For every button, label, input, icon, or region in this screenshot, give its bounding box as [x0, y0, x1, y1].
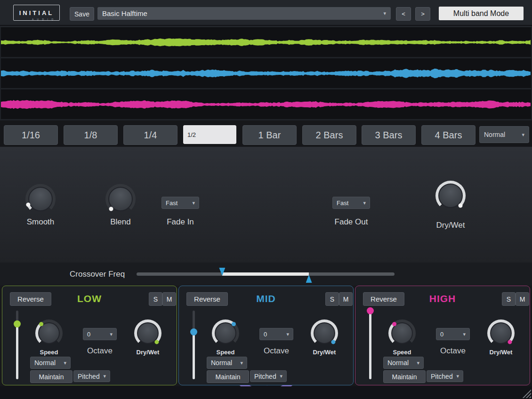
chevron-down-icon: ▾: [417, 360, 419, 366]
octave-select[interactable]: 0 ▾: [83, 328, 117, 340]
speed-knob[interactable]: [35, 319, 63, 347]
solo-button[interactable]: S: [149, 292, 162, 306]
band-level-slider[interactable]: [14, 311, 21, 379]
smooth-label: Smooth: [17, 217, 64, 227]
band-level-slider[interactable]: [367, 311, 374, 379]
mute-button[interactable]: M: [339, 292, 353, 306]
division-4-bars[interactable]: 4 Bars: [421, 125, 476, 145]
fade-in-label: Fade In: [157, 217, 204, 227]
band-drywet-knob[interactable]: [134, 319, 161, 347]
main-panel: Smooth Blend Fast ▾ Fade In SlowMo 2 Fas…: [0, 147, 532, 263]
slider-handle[interactable]: [190, 328, 197, 335]
maintain-button[interactable]: Maintain: [30, 370, 73, 383]
slider-track-fill: [369, 311, 371, 379]
octave-select[interactable]: 0 ▾: [259, 328, 293, 340]
pitch-select[interactable]: Pitched ▾: [250, 370, 287, 382]
multi-band-mode-button[interactable]: Multi band Mode: [439, 7, 524, 20]
band-mode-value: Normal: [34, 359, 56, 367]
pitch-value: Pitched: [254, 373, 276, 380]
blend-knob[interactable]: [105, 184, 136, 214]
division-3-bars[interactable]: 3 Bars: [362, 125, 416, 145]
division-1-bar[interactable]: 1 Bar: [242, 125, 297, 145]
high-band-panel: Reverse HIGH S M Speed 0 ▾ Octave Dry/We…: [355, 286, 530, 385]
pitch-value: Pitched: [78, 373, 100, 380]
pitch-select[interactable]: Pitched ▾: [427, 370, 463, 382]
waveform-display: [0, 26, 532, 121]
chevron-down-icon: ▾: [383, 10, 386, 16]
division-1-16[interactable]: 1/16: [4, 125, 58, 145]
bottom-bar: [0, 386, 532, 399]
chevron-down-icon: ▾: [463, 331, 466, 337]
mute-button[interactable]: M: [162, 292, 176, 306]
preset-next-button[interactable]: >: [415, 7, 430, 21]
pitch-value: Pitched: [431, 373, 453, 380]
main-drywet-knob[interactable]: [435, 181, 466, 211]
knob-face: [28, 187, 53, 211]
mute-button[interactable]: M: [516, 292, 529, 306]
band-drywet-label: Dry/Wet: [482, 349, 520, 356]
speed-label: Speed: [383, 349, 421, 356]
division-2-bars[interactable]: 2 Bars: [302, 125, 356, 145]
band-drywet-label: Dry/Wet: [306, 349, 343, 356]
band-mode-value: Normal: [387, 359, 409, 367]
division-1-2[interactable]: 1/2: [183, 125, 236, 144]
maintain-button[interactable]: Maintain: [383, 370, 426, 383]
smooth-knob[interactable]: [25, 184, 56, 214]
chevron-down-icon: ▾: [64, 360, 66, 366]
speed-knob[interactable]: [388, 319, 416, 347]
chevron-down-icon: ▾: [110, 331, 113, 337]
band-drywet-knob[interactable]: [311, 319, 338, 347]
save-button[interactable]: Save: [70, 7, 94, 21]
playback-mode-select[interactable]: Normal ▾: [479, 126, 529, 143]
speed-label: Speed: [30, 349, 68, 356]
low-waveform: [1, 27, 531, 57]
preset-name: Basic Halftime: [102, 9, 147, 17]
fade-out-label: Fade Out: [328, 217, 375, 227]
preset-prev-button[interactable]: <: [396, 7, 411, 21]
octave-label: Octave: [258, 346, 295, 356]
octave-label: Octave: [81, 346, 119, 356]
division-1-8[interactable]: 1/8: [64, 125, 118, 145]
octave-value: 0: [440, 331, 443, 338]
band-mode-value: Normal: [211, 359, 232, 367]
band-drywet-label: Dry/Wet: [129, 349, 167, 356]
blend-label: Blend: [97, 217, 144, 227]
fade-out-select[interactable]: Fast ▾: [332, 197, 370, 209]
band-drywet-knob[interactable]: [487, 319, 515, 347]
top-bar: INITIAL A U D I O Save Basic Halftime ▾ …: [0, 0, 532, 26]
crossover-active-range: [222, 272, 309, 276]
maintain-button[interactable]: Maintain: [207, 370, 249, 383]
division-row: 1/16 1/8 1/4 1/2 1 Bar 2 Bars 3 Bars 4 B…: [0, 120, 532, 147]
octave-value: 0: [87, 331, 90, 338]
chevron-down-icon: ▾: [192, 200, 195, 206]
chevron-down-icon: ▾: [522, 132, 524, 138]
slider-handle[interactable]: [14, 320, 21, 327]
chevron-down-icon: ▾: [286, 331, 289, 337]
resize-grip-icon[interactable]: [522, 389, 531, 398]
fade-in-value: Fast: [166, 200, 177, 207]
preset-select[interactable]: Basic Halftime ▾: [97, 7, 391, 20]
plugin-window: INITIAL A U D I O Save Basic Halftime ▾ …: [0, 0, 532, 399]
solo-button[interactable]: S: [325, 292, 339, 306]
crossover-label: Crossover Freq: [70, 270, 125, 279]
high-waveform: [1, 89, 531, 119]
octave-select[interactable]: 0 ▾: [436, 328, 470, 340]
octave-label: Octave: [434, 346, 472, 356]
chevron-down-icon: ▾: [240, 360, 243, 366]
band-mode-select[interactable]: Normal ▾: [207, 357, 247, 369]
band-mode-select[interactable]: Normal ▾: [30, 357, 71, 369]
fade-in-select[interactable]: Fast ▾: [161, 197, 199, 209]
solo-button[interactable]: S: [502, 292, 516, 306]
slider-track-fill: [193, 332, 195, 379]
division-1-4[interactable]: 1/4: [123, 125, 177, 145]
logo-subtitle: A U D I O: [28, 18, 58, 21]
playback-mode-value: Normal: [484, 131, 505, 138]
speed-knob[interactable]: [212, 319, 239, 347]
slider-handle[interactable]: [367, 307, 374, 314]
octave-value: 0: [264, 331, 267, 338]
pitch-select[interactable]: Pitched ▾: [73, 370, 110, 382]
chevron-down-icon: ▾: [363, 200, 366, 206]
mid-band-panel: Reverse MID S M Speed 0 ▾ Octave Dry/Wet…: [178, 286, 354, 385]
band-mode-select[interactable]: Normal ▾: [383, 357, 424, 369]
band-level-slider[interactable]: [190, 311, 197, 379]
